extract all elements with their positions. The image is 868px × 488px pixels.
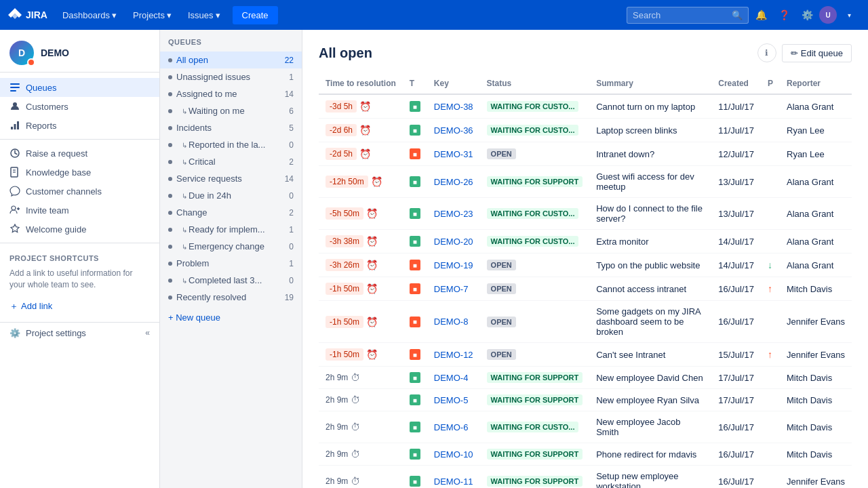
sidebar-item-raise-request[interactable]: Raise a request bbox=[0, 144, 159, 163]
queue-item-reported[interactable]: ↳Reported in the la... 0 bbox=[160, 136, 302, 153]
key-cell[interactable]: DEMO-38 bbox=[427, 94, 480, 119]
settings-icon[interactable]: ⚙️ bbox=[796, 4, 818, 26]
queue-item-recently-resolved[interactable]: Recently resolved 19 bbox=[160, 289, 302, 306]
key-cell[interactable]: DEMO-10 bbox=[427, 443, 480, 466]
key-cell[interactable]: DEMO-31 bbox=[427, 142, 480, 166]
table-row[interactable]: 2h 9m ⏱ ■ DEMO-5 WAITING FOR SUPPORT New… bbox=[319, 389, 852, 411]
key-cell[interactable]: DEMO-26 bbox=[427, 166, 480, 198]
info-button[interactable]: ℹ bbox=[757, 43, 776, 62]
issue-key-link[interactable]: DEMO-19 bbox=[434, 260, 473, 270]
queue-item-service[interactable]: Service requests 14 bbox=[160, 170, 302, 187]
issues-menu[interactable]: Issues ▾ bbox=[181, 0, 227, 30]
issue-key-link[interactable]: DEMO-23 bbox=[434, 209, 473, 219]
table-row[interactable]: -3d 5h ⏰ ■ DEMO-38 WAITING FOR CUSTO... … bbox=[319, 94, 852, 119]
sidebar-item-reports[interactable]: Reports bbox=[0, 116, 159, 135]
issue-key-link[interactable]: DEMO-31 bbox=[434, 149, 473, 159]
queue-item-incidents[interactable]: Incidents 5 bbox=[160, 119, 302, 136]
queue-dot bbox=[168, 126, 172, 130]
summary-cell: New employee David Chen bbox=[589, 367, 711, 389]
table-row[interactable]: -3h 26m ⏰ ■ DEMO-19 OPEN Typo on the pub… bbox=[319, 253, 852, 277]
key-cell[interactable]: DEMO-4 bbox=[427, 367, 480, 389]
table-row[interactable]: -2d 6h ⏰ ■ DEMO-36 WAITING FOR CUSTO... … bbox=[319, 119, 852, 142]
table-row[interactable]: -1h 50m ⏰ ■ DEMO-12 OPEN Can't see Intra… bbox=[319, 343, 852, 367]
issue-key-link[interactable]: DEMO-38 bbox=[434, 102, 473, 112]
edit-queue-button[interactable]: ✏ Edit queue bbox=[782, 44, 852, 62]
key-cell[interactable]: DEMO-20 bbox=[427, 230, 480, 253]
new-queue-button[interactable]: + New queue bbox=[160, 308, 302, 327]
key-cell[interactable]: DEMO-6 bbox=[427, 411, 480, 443]
time-icon: ⏱ bbox=[351, 476, 360, 487]
issue-key-link[interactable]: DEMO-12 bbox=[434, 350, 473, 360]
created-cell: 16/Jul/17 bbox=[711, 443, 761, 466]
add-link-button[interactable]: ＋ Add link bbox=[0, 296, 159, 317]
table-row[interactable]: -3h 38m ⏰ ■ DEMO-20 WAITING FOR CUSTO...… bbox=[319, 230, 852, 253]
queue-item-change[interactable]: Change 2 bbox=[160, 204, 302, 221]
queue-item-unassigned[interactable]: Unassigned issues 1 bbox=[160, 68, 302, 85]
sidebar-item-customer-channels[interactable]: Customer channels bbox=[0, 182, 159, 201]
issue-key-link[interactable]: DEMO-36 bbox=[434, 125, 473, 136]
table-row[interactable]: 2h 9m ⏱ ■ DEMO-11 WAITING FOR SUPPORT Se… bbox=[319, 466, 852, 489]
key-cell[interactable]: DEMO-23 bbox=[427, 198, 480, 230]
notifications-icon[interactable]: 🔔 bbox=[750, 4, 772, 26]
table-row[interactable]: -5h 50m ⏰ ■ DEMO-23 WAITING FOR CUSTO...… bbox=[319, 198, 852, 230]
key-cell[interactable]: DEMO-12 bbox=[427, 343, 480, 367]
queue-item-all-open[interactable]: All open 22 bbox=[160, 52, 302, 68]
projects-menu[interactable]: Projects ▾ bbox=[126, 0, 178, 30]
time-icon: ⏰ bbox=[366, 283, 378, 294]
sidebar-item-invite-team[interactable]: Invite team bbox=[0, 201, 159, 220]
priority-cell bbox=[761, 466, 780, 489]
project-settings-button[interactable]: ⚙️ Project settings « bbox=[0, 322, 159, 344]
table-row[interactable]: 2h 9m ⏱ ■ DEMO-6 WAITING FOR CUSTO... Ne… bbox=[319, 411, 852, 443]
issue-key-link[interactable]: DEMO-11 bbox=[434, 476, 473, 487]
sidebar-item-customers[interactable]: Customers bbox=[0, 97, 159, 116]
issue-key-link[interactable]: DEMO-20 bbox=[434, 237, 473, 247]
type-cell: ■ bbox=[403, 166, 427, 198]
queue-item-due24[interactable]: ↳Due in 24h 0 bbox=[160, 187, 302, 204]
time-value: -12h 50m bbox=[326, 176, 368, 188]
issue-key-link[interactable]: DEMO-4 bbox=[434, 373, 469, 383]
table-row[interactable]: -1h 50m ⏰ ■ DEMO-8 OPEN Some gadgets on … bbox=[319, 301, 852, 343]
queue-item-problem[interactable]: Problem 1 bbox=[160, 255, 302, 272]
key-cell[interactable]: DEMO-8 bbox=[427, 301, 480, 343]
table-row[interactable]: 2h 9m ⏱ ■ DEMO-10 WAITING FOR SUPPORT Ph… bbox=[319, 443, 852, 466]
time-cell: 2h 9m ⏱ bbox=[319, 389, 403, 411]
collapse-sidebar-icon[interactable]: « bbox=[145, 328, 150, 338]
issue-key-link[interactable]: DEMO-6 bbox=[434, 422, 469, 432]
type-icon: ■ bbox=[410, 236, 420, 247]
key-cell[interactable]: DEMO-11 bbox=[427, 466, 480, 489]
key-cell[interactable]: DEMO-36 bbox=[427, 119, 480, 142]
table-row[interactable]: 2h 9m ⏱ ■ DEMO-4 WAITING FOR SUPPORT New… bbox=[319, 367, 852, 389]
table-row[interactable]: -12h 50m ⏰ ■ DEMO-26 WAITING FOR SUPPORT… bbox=[319, 166, 852, 198]
time-cell: -2d 6h ⏰ bbox=[319, 119, 403, 142]
svg-rect-6 bbox=[17, 121, 19, 129]
issue-key-link[interactable]: DEMO-5 bbox=[434, 395, 469, 405]
queue-item-critical[interactable]: ↳Critical 2 bbox=[160, 153, 302, 170]
issue-key-link[interactable]: DEMO-7 bbox=[434, 284, 469, 294]
create-button[interactable]: Create bbox=[233, 6, 278, 24]
sidebar-item-welcome-guide[interactable]: Welcome guide bbox=[0, 220, 159, 239]
sidebar-item-queues[interactable]: Queues bbox=[0, 78, 159, 97]
issue-key-link[interactable]: DEMO-26 bbox=[434, 177, 473, 187]
table-row[interactable]: -2d 5h ⏰ ■ DEMO-31 OPEN Intranet down? 1… bbox=[319, 142, 852, 166]
sidebar-item-knowledge-base[interactable]: Knowledge base bbox=[0, 163, 159, 182]
dashboards-menu[interactable]: Dashboards ▾ bbox=[56, 0, 123, 30]
status-badge: OPEN bbox=[487, 349, 516, 360]
jira-logo[interactable]: JIRA bbox=[8, 8, 47, 22]
table-row[interactable]: -1h 50m ⏰ ■ DEMO-7 OPEN Cannot access in… bbox=[319, 277, 852, 301]
status-badge: WAITING FOR CUSTO... bbox=[487, 208, 579, 219]
issue-key-link[interactable]: DEMO-8 bbox=[434, 317, 469, 327]
key-cell[interactable]: DEMO-19 bbox=[427, 253, 480, 277]
issue-key-link[interactable]: DEMO-10 bbox=[434, 449, 473, 460]
queue-item-waiting[interactable]: ↳Waiting on me 6 bbox=[160, 102, 302, 119]
queue-item-emergency[interactable]: ↳Emergency change 0 bbox=[160, 238, 302, 255]
user-avatar[interactable]: U bbox=[819, 6, 837, 24]
key-cell[interactable]: DEMO-5 bbox=[427, 389, 480, 411]
key-cell[interactable]: DEMO-7 bbox=[427, 277, 480, 301]
search-input[interactable] bbox=[633, 10, 728, 20]
help-icon[interactable]: ❓ bbox=[773, 4, 795, 26]
svg-rect-2 bbox=[10, 90, 16, 92]
queue-item-assigned[interactable]: Assigned to me 14 bbox=[160, 85, 302, 102]
user-menu-chevron[interactable]: ▾ bbox=[838, 4, 860, 26]
queue-item-ready[interactable]: ↳Ready for implem... 1 bbox=[160, 221, 302, 238]
queue-item-completed[interactable]: ↳Completed last 3... 0 bbox=[160, 272, 302, 289]
